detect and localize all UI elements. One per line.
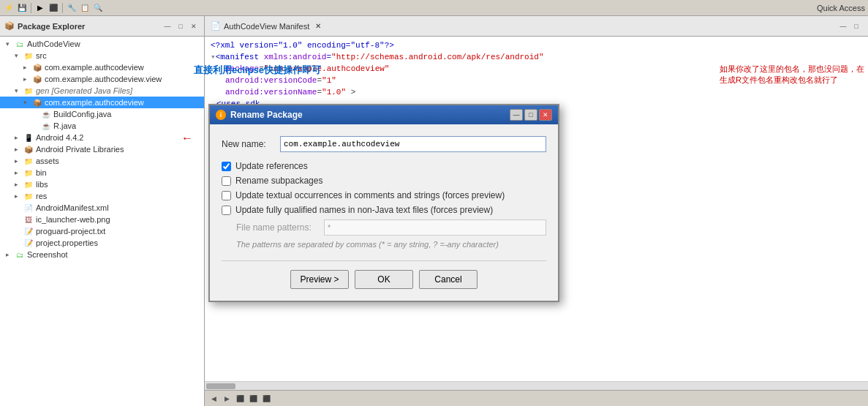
folder-src-icon: 📁 bbox=[23, 50, 34, 61]
tree-label-buildconfig: BuildConfig.java bbox=[53, 110, 112, 119]
tree-view: ▾ 🗂 AuthCodeView ▾ 📁 src ▸ 📦 com.example… bbox=[0, 37, 204, 406]
bottom-icon-2[interactable]: ▶ bbox=[221, 393, 233, 405]
tree-item-pkg1[interactable]: ▸ 📦 com.example.authcodeview bbox=[0, 61, 204, 73]
tree-item-libs[interactable]: ▸ 📁 libs bbox=[0, 178, 204, 190]
code-line-5: android:versionName="1.0" > bbox=[211, 86, 862, 98]
java-buildconfig-icon: ☕ bbox=[41, 109, 51, 119]
update-textual-label: Update textual occurrences in comments a… bbox=[235, 190, 505, 200]
horizontal-scrollbar[interactable] bbox=[205, 381, 868, 390]
bottom-bar: ◀ ▶ ⬛ ⬛ ⬛ bbox=[205, 390, 868, 406]
package-explorer-label: Package Explorer bbox=[18, 22, 85, 31]
tree-label-manifest: AndroidManifest.xml bbox=[36, 203, 109, 212]
rename-subpackages-label: Rename subpackages bbox=[235, 176, 322, 186]
editor-maximize-btn[interactable]: □ bbox=[850, 20, 862, 32]
new-name-label: New name: bbox=[222, 139, 280, 149]
tree-item-android-private[interactable]: ▸ 📦 Android Private Libraries bbox=[0, 143, 204, 155]
bottom-icon-1[interactable]: ◀ bbox=[208, 393, 219, 405]
code-line-2: ▾ <manifest xmlns:android="http://schema… bbox=[211, 51, 862, 63]
tree-item-bin[interactable]: ▸ 📁 bin bbox=[0, 167, 204, 178]
code-text-3: package="com.example.authcodeview" bbox=[225, 63, 389, 75]
folder-libs-icon: 📁 bbox=[23, 179, 34, 189]
tree-item-gen[interactable]: ▾ 📁 gen [Generated Java Files] bbox=[0, 85, 204, 97]
img-launcher-icon: 🖼 bbox=[23, 214, 34, 225]
java-rjava-icon: ☕ bbox=[41, 121, 51, 131]
toolbar-icon-7[interactable]: 🔍 bbox=[92, 2, 104, 14]
tree-label-proguard: proguard-project.txt bbox=[36, 227, 105, 236]
scrollbar-thumb[interactable] bbox=[206, 383, 235, 389]
panel-maximize-btn[interactable]: □ bbox=[175, 20, 186, 32]
folder-gen-icon: 📁 bbox=[23, 86, 34, 96]
bottom-icon-5[interactable]: ⬛ bbox=[260, 393, 272, 405]
rename-subpackages-checkbox[interactable] bbox=[222, 176, 231, 186]
update-qualified-label: Update fully qualified names in non-Java… bbox=[235, 205, 493, 215]
tree-item-android[interactable]: ▸ 📱 Android 4.4.2 bbox=[0, 132, 204, 143]
tree-arrow-screenshot: ▸ bbox=[6, 251, 15, 258]
tree-item-screenshot[interactable]: ▸ 🗂 Screenshot bbox=[0, 249, 204, 260]
tree-label-gen-pkg: com.example.authcodeview bbox=[45, 98, 144, 107]
toolbar-sep-1 bbox=[31, 3, 31, 13]
tree-label-android: Android 4.4.2 bbox=[36, 133, 83, 142]
toolbar-icon-6[interactable]: 📋 bbox=[79, 2, 91, 14]
tree-item-buildconfig[interactable]: ☕ BuildConfig.java bbox=[0, 108, 204, 120]
tree-item-assets[interactable]: ▸ 📁 assets bbox=[0, 155, 204, 167]
tree-arrow-res: ▸ bbox=[15, 192, 23, 200]
tree-arrow-pkg2: ▸ bbox=[23, 75, 32, 83]
dialog-close-btn[interactable]: ✕ bbox=[539, 109, 552, 121]
tree-item-authcodeview[interactable]: ▾ 🗂 AuthCodeView bbox=[0, 38, 204, 50]
tree-arrow-bin: ▸ bbox=[15, 169, 23, 176]
ok-button[interactable]: OK bbox=[355, 270, 413, 289]
tree-item-src[interactable]: ▾ 📁 src bbox=[0, 50, 204, 61]
package-explorer-header: 📦 Package Explorer — □ ✕ bbox=[0, 16, 204, 37]
update-references-checkbox[interactable] bbox=[222, 162, 231, 171]
tree-item-projprops[interactable]: 📝 project.properties bbox=[0, 237, 204, 249]
dialog-minimize-btn[interactable]: — bbox=[510, 109, 523, 121]
update-textual-checkbox[interactable] bbox=[222, 191, 231, 200]
dialog-body: New name: Update references Rename subpa… bbox=[210, 124, 558, 301]
editor-minimize-btn[interactable]: — bbox=[837, 20, 849, 32]
tree-item-proguard[interactable]: 📝 proguard-project.txt bbox=[0, 225, 204, 237]
toolbar-icon-2[interactable]: 💾 bbox=[16, 2, 28, 14]
tree-arrow-authcodeview: ▾ bbox=[6, 40, 15, 48]
tree-arrow-gen-pkg: ▾ bbox=[23, 99, 32, 106]
tree-item-manifest[interactable]: 📄 AndroidManifest.xml bbox=[0, 202, 204, 214]
bottom-icon-3[interactable]: ⬛ bbox=[234, 393, 246, 405]
new-name-row: New name: bbox=[222, 136, 546, 152]
tree-item-gen-pkg[interactable]: ▾ 📦 com.example.authcodeview bbox=[0, 97, 204, 108]
bottom-icon-4[interactable]: ⬛ bbox=[247, 393, 259, 405]
tree-label-res: res bbox=[36, 192, 47, 200]
dialog-window-buttons: — □ ✕ bbox=[510, 109, 552, 121]
cancel-button[interactable]: Cancel bbox=[419, 270, 478, 289]
update-references-label: Update references bbox=[235, 161, 308, 171]
tree-item-res[interactable]: ▸ 📁 res bbox=[0, 190, 204, 202]
toolbar-icon-4[interactable]: ⬛ bbox=[48, 2, 59, 14]
top-toolbar: ⚡ 💾 ▶ ⬛ 🔧 📋 🔍 Quick Access bbox=[0, 0, 868, 16]
tree-item-iclauncher[interactable]: 🖼 ic_launcher-web.png bbox=[0, 214, 204, 225]
android-icon: 📱 bbox=[23, 132, 34, 143]
tree-label-iclauncher: ic_launcher-web.png bbox=[36, 215, 110, 224]
tree-item-pkg2[interactable]: ▸ 📦 com.example.authcodeview.view bbox=[0, 73, 204, 85]
panel-close-btn[interactable]: ✕ bbox=[188, 20, 200, 32]
editor-tab[interactable]: 📄 AuthCodeView Manifest ✕ bbox=[211, 21, 321, 31]
update-qualified-checkbox[interactable] bbox=[222, 206, 231, 215]
editor-tab-close[interactable]: ✕ bbox=[315, 22, 321, 30]
editor-tab-icon: 📄 bbox=[211, 21, 221, 31]
tree-label-libs: libs bbox=[36, 180, 48, 189]
new-name-input[interactable] bbox=[280, 136, 546, 152]
update-qualified-row: Update fully qualified names in non-Java… bbox=[222, 205, 546, 215]
dialog-maximize-btn[interactable]: □ bbox=[524, 109, 537, 121]
preview-button[interactable]: Preview > bbox=[290, 270, 349, 289]
panel-minimize-btn[interactable]: — bbox=[162, 20, 173, 32]
tree-arrow-gen: ▾ bbox=[15, 87, 23, 94]
file-pattern-input[interactable] bbox=[324, 219, 546, 236]
toolbar-icon-5[interactable]: 🔧 bbox=[66, 2, 78, 14]
file-props-icon: 📝 bbox=[23, 238, 34, 248]
dialog-title: i Rename Package bbox=[216, 110, 303, 120]
panel-controls: — □ ✕ bbox=[162, 20, 200, 32]
toolbar-icon-3[interactable]: ▶ bbox=[34, 2, 46, 14]
tree-item-rjava[interactable]: ☕ R.java bbox=[0, 120, 204, 132]
code-line-1: <?xml version="1.0" encoding="utf-8"?> bbox=[211, 40, 862, 51]
toolbar-icon-1[interactable]: ⚡ bbox=[3, 2, 15, 14]
tree-label-screenshot: Screenshot bbox=[27, 250, 68, 259]
code-text-1: <?xml version="1.0" encoding="utf-8"?> bbox=[211, 40, 394, 51]
editor-header: 📄 AuthCodeView Manifest ✕ — □ bbox=[205, 16, 868, 37]
